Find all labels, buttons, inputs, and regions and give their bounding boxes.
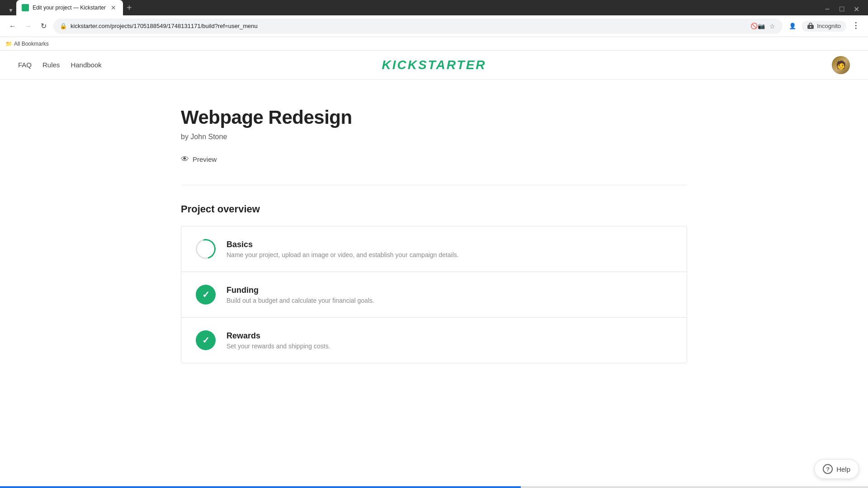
basics-status-icon [192,235,219,263]
project-title: Webpage Redesign [181,107,687,128]
rewards-checkmark: ✓ [202,335,210,346]
bookmark-star-icon[interactable]: ☆ [769,22,776,31]
overview-item-funding[interactable]: ✓ Funding Build out a budget and calcula… [181,272,687,318]
browser-toolbar: ← → ↻ 🔒 🚫📷 ☆ 👤 [0,15,868,37]
back-button[interactable]: ← [5,19,20,33]
browser-chrome: − ☐ ✕ ▼ Edit your project — Kickstarter … [0,0,868,51]
new-tab-button[interactable]: + [123,1,136,14]
site-nav: FAQ Rules Handbook KICKSTARTER 🧑 [0,51,868,80]
project-header: Webpage Redesign by John Stone 👁 Preview [181,107,687,185]
help-label: Help [836,465,850,473]
bookmarks-folder-icon: 📁 [5,41,12,47]
nav-controls: ← → ↻ [5,19,51,33]
project-author: by John Stone [181,133,687,141]
avatar-image: 🧑 [832,56,850,74]
tab-bar: − ☐ ✕ ▼ Edit your project — Kickstarter … [0,0,868,15]
active-tab[interactable]: Edit your project — Kickstarter ✕ [16,0,123,15]
site-nav-right: 🧑 [832,56,850,74]
incognito-icon [807,23,814,30]
nav-handbook[interactable]: Handbook [71,61,101,69]
tab-close-button[interactable]: ✕ [109,4,118,12]
maximize-button[interactable]: ☐ [835,3,848,15]
overview-item-rewards[interactable]: ✓ Rewards Set your rewards and shipping … [181,318,687,363]
basics-title: Basics [226,240,459,249]
more-menu-button[interactable]: ︙ [848,19,863,33]
reload-button[interactable]: ↻ [36,19,51,33]
forward-button[interactable]: → [21,19,35,33]
address-right-icons: 🚫📷 ☆ [750,22,776,31]
preview-button[interactable]: 👁 Preview [181,152,217,167]
close-button[interactable]: ✕ [850,3,863,15]
page-content: FAQ Rules Handbook KICKSTARTER 🧑 Webpage… [0,51,868,485]
site-nav-left: FAQ Rules Handbook [18,61,102,69]
bookmarks-bar: 📁 All Bookmarks [0,37,868,51]
basics-text: Basics Name your project, upload an imag… [226,240,459,258]
lock-icon: 🔒 [60,23,67,29]
profile-icon-btn[interactable]: 👤 [785,19,800,33]
incognito-button[interactable]: Incognito [802,21,846,32]
nav-faq[interactable]: FAQ [18,61,32,69]
minimize-button[interactable]: − [821,3,834,15]
address-input[interactable] [71,23,746,29]
window-controls: − ☐ ✕ [816,0,868,18]
overview-item-basics[interactable]: Basics Name your project, upload an imag… [181,226,687,272]
help-button[interactable]: ? Help [814,459,859,479]
rewards-desc: Set your rewards and shipping costs. [226,343,330,350]
site-logo[interactable]: KICKSTARTER [382,58,486,72]
address-bar[interactable]: 🔒 🚫📷 ☆ [53,19,783,34]
funding-title: Funding [226,286,374,295]
tab-favicon [22,4,29,11]
overview-section: Basics Name your project, upload an imag… [181,226,687,363]
nav-rules[interactable]: Rules [42,61,60,69]
incognito-label: Incognito [817,23,841,29]
eye-icon: 👁 [181,155,189,164]
bookmarks-label: All Bookmarks [14,41,49,47]
funding-text: Funding Build out a budget and calculate… [226,286,374,304]
avatar[interactable]: 🧑 [832,56,850,74]
main-content: Webpage Redesign by John Stone 👁 Preview… [163,80,705,390]
rewards-title: Rewards [226,331,330,341]
no-camera-icon[interactable]: 🚫📷 [750,22,766,30]
help-icon: ? [823,464,833,474]
tab-title: Edit your project — Kickstarter [33,5,106,11]
svg-point-1 [810,26,811,28]
basics-desc: Name your project, upload an image or vi… [226,251,459,258]
funding-status-icon: ✓ [196,285,216,305]
rewards-status-icon: ✓ [196,330,216,350]
tab-dropdown-button[interactable]: ▼ [6,6,15,14]
address-left-icons: 🔒 [60,23,67,29]
funding-desc: Build out a budget and calculate your fi… [226,297,374,304]
toolbar-right: 👤 Incognito ︙ [785,19,863,33]
overview-title: Project overview [181,203,687,215]
tab-list-arrow[interactable]: ▼ [5,5,16,14]
preview-label: Preview [193,155,217,163]
rewards-text: Rewards Set your rewards and shipping co… [226,331,330,350]
funding-checkmark: ✓ [202,289,210,300]
